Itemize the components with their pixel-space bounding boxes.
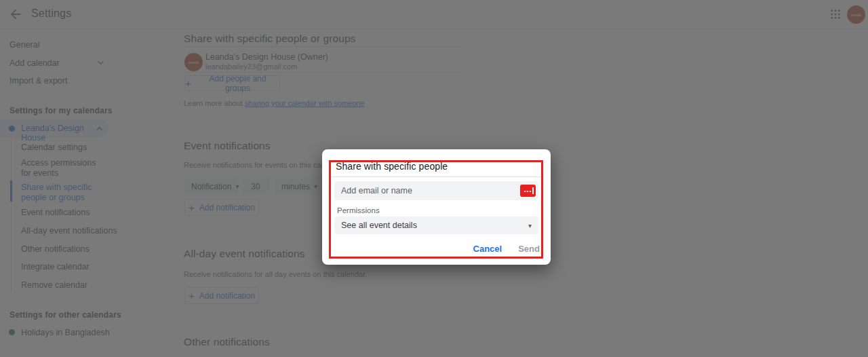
cursor-dots: ••• <box>524 188 532 194</box>
dropdown-caret-icon: ▾ <box>528 222 532 229</box>
permissions-value: See all event details <box>341 221 417 230</box>
dialog-title: Share with specific people <box>336 161 448 172</box>
settings-page: Settings leanda General Add calendar Imp… <box>0 0 868 357</box>
permissions-label: Permissions <box>337 206 380 214</box>
dialog-actions: Cancel Send <box>473 244 540 254</box>
add-email-input[interactable] <box>334 181 538 200</box>
share-dialog: Share with specific people ••• Permissio… <box>322 149 551 265</box>
cursor-annotation-icon: ••• <box>520 185 536 197</box>
send-button[interactable]: Send <box>518 244 540 254</box>
permissions-select[interactable]: See all event details ▾ <box>334 217 538 234</box>
divider <box>332 176 541 177</box>
cancel-button[interactable]: Cancel <box>473 244 502 254</box>
